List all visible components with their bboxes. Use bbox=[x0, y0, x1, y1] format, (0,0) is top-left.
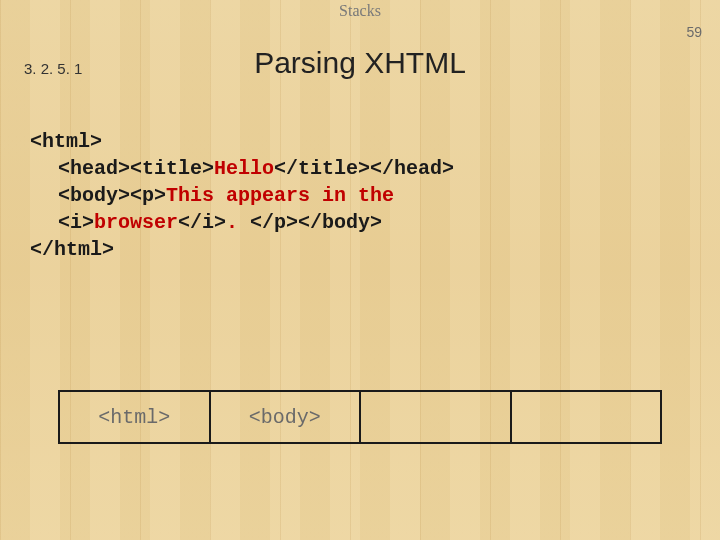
stack-cell: <body> bbox=[211, 392, 362, 442]
page-title: Parsing XHTML bbox=[0, 46, 720, 80]
code-tag: <i> bbox=[58, 211, 94, 234]
code-tag: <body><p> bbox=[58, 184, 166, 207]
slide: Stacks 59 3. 2. 5. 1 Parsing XHTML <html… bbox=[0, 0, 720, 540]
page-number: 59 bbox=[686, 24, 702, 40]
code-text: browser bbox=[94, 211, 178, 234]
code-line: <i>browser</i>. </p></body> bbox=[30, 209, 690, 236]
code-tag: </p></body> bbox=[250, 211, 382, 234]
code-text: This appears in the bbox=[166, 184, 394, 207]
code-line: </html> bbox=[30, 238, 114, 261]
code-line: <html> bbox=[30, 130, 102, 153]
code-block: <html> <head><title>Hello</title></head>… bbox=[30, 128, 690, 263]
code-text: Hello bbox=[214, 157, 274, 180]
code-tag: </i> bbox=[178, 211, 226, 234]
stack-cell bbox=[361, 392, 512, 442]
code-line: <body><p>This appears in the bbox=[30, 182, 690, 209]
code-tag: </title></head> bbox=[274, 157, 454, 180]
code-line: <head><title>Hello</title></head> bbox=[30, 155, 690, 182]
stack-cell: <html> bbox=[60, 392, 211, 442]
code-text: . bbox=[226, 211, 250, 234]
topic-label: Stacks bbox=[0, 2, 720, 20]
code-tag: <head><title> bbox=[58, 157, 214, 180]
stack-cell bbox=[512, 392, 661, 442]
stack-frame: <html> <body> bbox=[58, 390, 662, 444]
